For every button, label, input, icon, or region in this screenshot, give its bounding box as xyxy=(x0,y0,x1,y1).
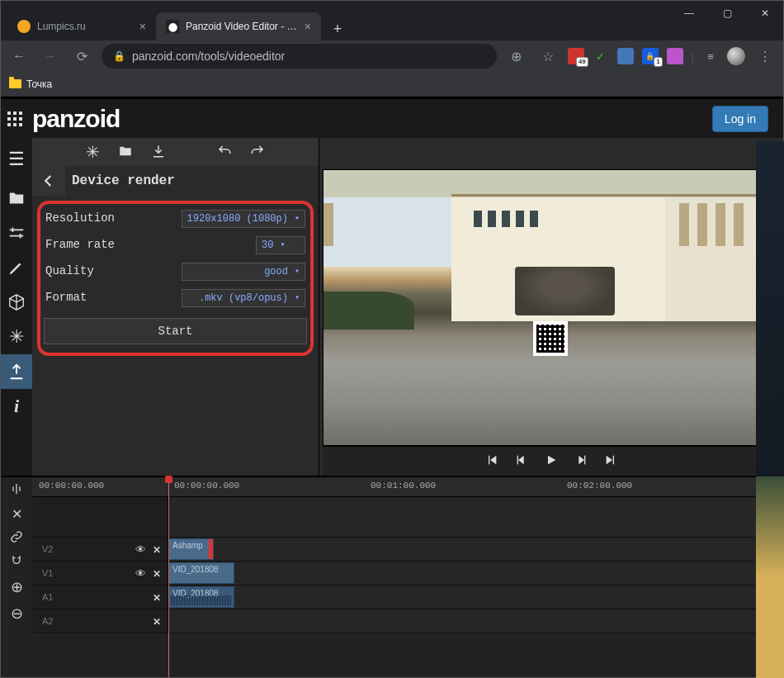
track-body-v2[interactable]: Ashamp xyxy=(168,538,783,561)
clip-vid-v1[interactable]: VID_201808 xyxy=(168,562,234,584)
start-button[interactable]: Start xyxy=(44,318,307,344)
quality-select[interactable]: good▾ xyxy=(182,263,305,281)
bookmark-tochka[interactable]: Точка xyxy=(9,78,52,90)
ext-checkmark-icon[interactable]: ✓ xyxy=(593,48,609,64)
tl-snap-icon[interactable] xyxy=(10,482,23,498)
track-body-v1[interactable]: VID_201808 xyxy=(168,562,783,585)
reading-list-icon[interactable]: ≡ xyxy=(702,48,719,64)
window-maximize[interactable]: ▢ xyxy=(708,0,746,26)
format-select[interactable]: .mkv (vp8/opus)▾ xyxy=(182,289,305,307)
profile-avatar[interactable] xyxy=(727,47,745,65)
eye-icon[interactable] xyxy=(135,543,146,556)
select-value: 1920x1080 (1080p) xyxy=(187,214,288,224)
left-rail: ☰ ✳ i xyxy=(1,138,32,476)
brand[interactable]: panzoid xyxy=(7,107,120,131)
rail-pencil-icon[interactable] xyxy=(1,250,32,285)
track-spacer xyxy=(168,497,783,537)
skip-end-icon[interactable] xyxy=(604,453,617,469)
url-text: panzoid.com/tools/videoeditor xyxy=(132,50,285,63)
mute-icon[interactable] xyxy=(153,543,161,556)
tl-magnet-icon[interactable] xyxy=(10,554,23,570)
eye-icon[interactable] xyxy=(135,567,146,580)
track-body-a1[interactable]: VID_201808 xyxy=(168,586,783,609)
ext-ublock-icon[interactable] xyxy=(617,48,634,64)
tl-zoom-in-icon[interactable]: ⊕ xyxy=(11,578,23,596)
rail-folder-icon[interactable] xyxy=(1,181,32,216)
step-back-icon[interactable] xyxy=(515,453,528,469)
close-icon[interactable]: × xyxy=(305,20,311,33)
window-minimize[interactable]: — xyxy=(670,0,708,26)
panel-back-button[interactable] xyxy=(32,166,65,196)
window-close[interactable]: ✕ xyxy=(746,0,784,26)
chevron-down-icon: ▾ xyxy=(295,215,300,223)
chevron-down-icon: ▾ xyxy=(295,268,300,276)
ext-purple-icon[interactable] xyxy=(667,48,683,64)
clip-vid-a1[interactable]: VID_201808 xyxy=(168,586,234,608)
mute-icon[interactable] xyxy=(153,590,161,604)
tool-redo-icon[interactable] xyxy=(250,144,265,161)
install-icon[interactable]: ⊕ xyxy=(505,45,528,68)
ext-rutracker-icon[interactable]: 49 xyxy=(568,48,584,64)
panzoid-app: panzoid Log in ☰ ✳ i ✳ xyxy=(1,97,783,677)
play-icon[interactable] xyxy=(545,453,558,469)
svg-rect-1 xyxy=(584,456,585,465)
tab-panzoid[interactable]: ⬤ Panzoid Video Editor - Edit Vide × xyxy=(156,12,321,40)
tool-row: ✳ xyxy=(32,138,319,166)
app-header: panzoid Log in xyxy=(1,97,783,138)
bookmark-bar: Точка xyxy=(1,72,783,97)
login-button[interactable]: Log in xyxy=(712,106,768,132)
track-head-v1[interactable]: V1 xyxy=(32,562,168,585)
setting-label: Format xyxy=(45,290,87,306)
track-head-v2[interactable]: V2 xyxy=(32,538,168,561)
star-icon[interactable]: ☆ xyxy=(536,45,560,68)
playhead[interactable] xyxy=(168,477,169,677)
track-head-a2[interactable]: A2 xyxy=(32,609,168,633)
new-tab-button[interactable]: + xyxy=(326,17,349,40)
rail-cube-icon[interactable] xyxy=(1,285,32,320)
resolution-select[interactable]: 1920x1080 (1080p)▾ xyxy=(182,210,305,228)
reload-button[interactable]: ⟳ xyxy=(70,45,93,68)
select-value: good xyxy=(264,267,288,277)
rail-menu-icon[interactable]: ☰ xyxy=(1,138,32,181)
tl-zoom-out-icon[interactable]: ⊖ xyxy=(11,605,23,623)
menu-icon[interactable]: ⋮ xyxy=(753,45,777,68)
mute-icon[interactable] xyxy=(153,567,161,580)
left-panel: ✳ Device render Resolution 1920x1080 (10… xyxy=(32,138,319,476)
mute-icon[interactable] xyxy=(153,614,161,628)
step-fwd-icon[interactable] xyxy=(574,453,588,469)
track-head-a1[interactable]: A1 xyxy=(32,586,168,609)
setting-quality: Quality good▾ xyxy=(44,262,307,282)
timeline-ruler[interactable]: 00:00:00.000 00:00:00.000 00:01:00.000 0… xyxy=(32,477,783,497)
tool-open-icon[interactable] xyxy=(118,144,133,161)
rail-export-icon[interactable] xyxy=(1,354,32,389)
tl-link-icon[interactable] xyxy=(10,530,23,546)
panel-title: Device render xyxy=(72,174,175,187)
preview-video[interactable] xyxy=(323,169,780,446)
preview-area xyxy=(319,138,783,476)
rail-sparkle-icon[interactable]: ✳ xyxy=(1,320,32,354)
brand-text: panzoid xyxy=(32,107,120,131)
scroll-strip-timeline[interactable] xyxy=(756,476,784,678)
tool-download-icon[interactable] xyxy=(151,144,166,161)
back-button[interactable]: ← xyxy=(7,45,31,68)
tool-undo-icon[interactable] xyxy=(217,144,232,161)
setting-framerate: Frame rate 30▾ xyxy=(44,235,307,255)
track-label: V1 xyxy=(42,568,53,578)
tl-delete-icon[interactable]: ✕ xyxy=(12,506,22,522)
clip-ashamp[interactable]: Ashamp xyxy=(168,538,214,560)
folder-icon xyxy=(9,79,21,88)
track-body-a2[interactable] xyxy=(168,609,783,633)
svg-rect-0 xyxy=(517,456,518,465)
close-icon[interactable]: × xyxy=(139,20,146,33)
ext-bitwarden-icon[interactable]: 🔒 1 xyxy=(642,48,659,64)
tab-lumpics[interactable]: Lumpics.ru × xyxy=(7,12,156,40)
url-field[interactable]: 🔒 panzoid.com/tools/videoeditor xyxy=(102,44,497,69)
rail-info-icon[interactable]: i xyxy=(1,389,32,424)
tool-new-icon[interactable]: ✳ xyxy=(86,142,100,162)
playback-controls xyxy=(323,446,780,476)
select-value: .mkv (vp8/opus) xyxy=(199,293,288,303)
skip-start-icon[interactable] xyxy=(485,453,498,469)
forward-button[interactable]: → xyxy=(39,45,62,68)
rail-sliders-icon[interactable] xyxy=(1,216,32,250)
framerate-select[interactable]: 30▾ xyxy=(256,236,305,254)
